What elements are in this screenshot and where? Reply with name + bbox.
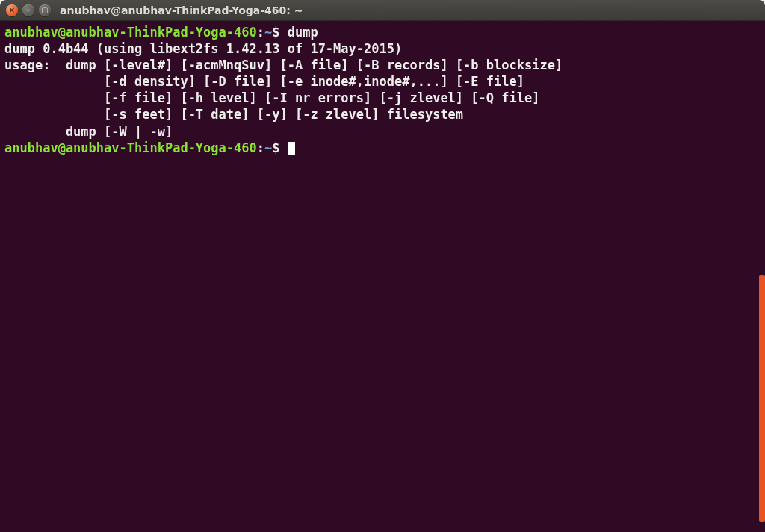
prompt-path: ~ [264, 140, 272, 155]
minimize-icon: – [27, 7, 31, 14]
minimize-button[interactable]: – [22, 4, 34, 16]
output-line: [-d density] [-D file] [-e inode#,inode#… [4, 74, 524, 89]
terminal-viewport[interactable]: anubhav@anubhav-ThinkPad-Yoga-460:~$ dum… [0, 21, 765, 532]
prompt-userhost: anubhav@anubhav-ThinkPad-Yoga-460 [4, 140, 257, 155]
maximize-icon: ▢ [41, 7, 48, 14]
scrollbar-thumb[interactable] [759, 275, 765, 522]
prompt-separator: : [257, 140, 264, 155]
command-entered: dump [288, 25, 318, 40]
prompt-sigil: $ [272, 140, 279, 155]
terminal-content[interactable]: anubhav@anubhav-ThinkPad-Yoga-460:~$ dum… [4, 24, 761, 156]
prompt-userhost: anubhav@anubhav-ThinkPad-Yoga-460 [4, 25, 257, 40]
window-titlebar: × – ▢ anubhav@anubhav-ThinkPad-Yoga-460:… [0, 0, 765, 21]
maximize-button[interactable]: ▢ [39, 4, 51, 16]
text-cursor [288, 142, 295, 155]
output-line: [-f file] [-h level] [-I nr errors] [-j … [4, 90, 539, 105]
close-button[interactable]: × [6, 4, 18, 16]
output-line: dump 0.4b44 (using libext2fs 1.42.13 of … [4, 41, 402, 56]
output-line: dump [-W | -w] [4, 124, 173, 139]
window-title: anubhav@anubhav-ThinkPad-Yoga-460: ~ [60, 4, 303, 16]
prompt-separator: : [257, 25, 264, 40]
terminal-window: × – ▢ anubhav@anubhav-ThinkPad-Yoga-460:… [0, 0, 765, 532]
prompt-sigil: $ [272, 25, 279, 40]
output-line: [-s feet] [-T date] [-y] [-z zlevel] fil… [4, 107, 463, 122]
close-icon: × [9, 7, 15, 14]
prompt-path: ~ [264, 25, 272, 40]
window-controls: × – ▢ [6, 4, 51, 16]
output-line: usage: dump [-level#] [-acmMnqSuv] [-A f… [4, 58, 563, 72]
